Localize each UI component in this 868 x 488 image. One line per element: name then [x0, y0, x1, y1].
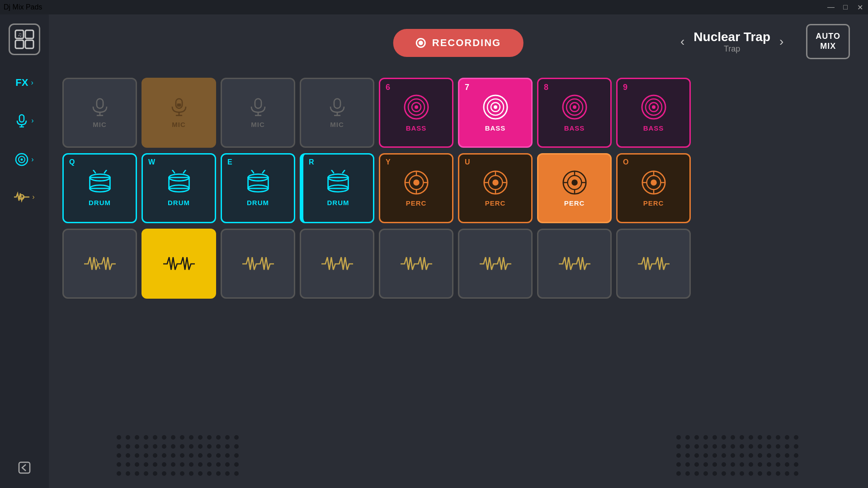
svg-point-30: [415, 105, 418, 109]
svg-rect-14: [96, 99, 103, 108]
sidebar-item-mic[interactable]: ›: [11, 110, 37, 131]
pad-perc-o[interactable]: O PERC: [616, 153, 691, 223]
svg-line-46: [93, 170, 96, 173]
pad-bass-9-number: 9: [623, 83, 627, 92]
right-speaker-dots: [676, 435, 800, 478]
pad-wave-2-icon: [163, 253, 195, 275]
wave-arrow-icon: ›: [32, 193, 34, 201]
svg-rect-24: [334, 99, 340, 108]
rec-dot-icon: [419, 41, 423, 45]
close-button[interactable]: ✕: [855, 3, 864, 12]
sidebar-item-back[interactable]: [13, 456, 36, 479]
pad-wave-2[interactable]: [142, 229, 216, 299]
svg-line-61: [331, 170, 334, 173]
mic-icon: [15, 114, 28, 127]
pad-wave-4-icon: [321, 253, 353, 275]
pad-perc-i-label: PERC: [564, 199, 585, 207]
pad-bass-6-label: BASS: [406, 124, 427, 132]
prev-track-button[interactable]: ‹: [680, 34, 684, 49]
track-navigation: ‹ Nuclear Trap Trap › AUTOMIX: [680, 24, 850, 59]
logo-icon: ♫: [14, 29, 35, 50]
pad-drum-e-label: DRUM: [247, 199, 269, 206]
pad-perc-u-key: U: [465, 158, 470, 166]
pad-drum-r-icon: [326, 170, 351, 195]
record-button[interactable]: RECORDING: [393, 29, 524, 57]
pad-perc-i-icon: [561, 169, 588, 196]
fx-label: FX: [15, 77, 28, 89]
sidebar-item-wave[interactable]: ›: [10, 188, 38, 206]
svg-point-10: [21, 159, 23, 161]
auto-mix-button[interactable]: AUTOMIX: [806, 24, 850, 59]
pad-row-3: [62, 229, 854, 299]
minimize-button[interactable]: —: [826, 3, 835, 12]
sidebar-item-music[interactable]: ›: [11, 149, 37, 170]
maximize-button[interactable]: □: [841, 3, 850, 12]
pad-mic-1[interactable]: MIC: [62, 78, 137, 148]
pad-wave-5[interactable]: [379, 229, 453, 299]
pad-drum-w-label: DRUM: [168, 199, 190, 206]
content-area: RECORDING ‹ Nuclear Trap Trap › AUTOMIX: [49, 14, 868, 488]
pad-mic-4-icon: [327, 97, 347, 117]
app-logo: ♫: [9, 23, 40, 55]
pad-bass-9[interactable]: 9 BASS: [616, 78, 691, 148]
pad-drum-r-key: R: [309, 158, 314, 166]
pad-bass-8[interactable]: 8 BASS: [537, 78, 612, 148]
pad-bass-8-icon: [561, 94, 588, 121]
pad-row-1: MIC MIC: [62, 78, 854, 148]
svg-line-47: [104, 170, 107, 173]
pad-mic-3-label: MIC: [251, 121, 265, 128]
pad-perc-i[interactable]: PERC: [537, 153, 612, 223]
pads-area: MIC MIC: [49, 69, 868, 425]
svg-rect-54: [248, 178, 268, 188]
sidebar: ♫ FX › › ›: [0, 14, 49, 488]
pad-perc-u[interactable]: U PERC: [458, 153, 533, 223]
pad-mic-3[interactable]: MIC: [221, 78, 295, 148]
pad-mic-4[interactable]: MIC: [300, 78, 374, 148]
pad-wave-8[interactable]: [616, 229, 691, 299]
svg-text:♫: ♫: [18, 31, 22, 38]
titlebar-controls: — □ ✕: [826, 3, 864, 12]
sidebar-item-fx[interactable]: FX ›: [12, 73, 37, 92]
pad-mic-2-icon: [169, 97, 189, 117]
pad-drum-w-icon: [166, 170, 192, 195]
track-genre: Trap: [693, 44, 770, 54]
record-label: RECORDING: [432, 37, 501, 49]
pad-drum-e[interactable]: E DRUM: [221, 153, 295, 223]
fx-arrow-icon: ›: [31, 79, 33, 87]
pad-perc-u-label: PERC: [485, 199, 506, 207]
music-icon: [15, 153, 28, 166]
next-track-button[interactable]: ›: [779, 34, 783, 49]
pad-bass-9-label: BASS: [643, 124, 664, 132]
pad-mic-1-label: MIC: [93, 121, 107, 128]
pad-wave-6-icon: [480, 253, 511, 275]
mic-arrow-icon: ›: [31, 117, 33, 125]
pad-wave-5-icon: [401, 253, 432, 275]
svg-line-52: [183, 170, 186, 173]
wave-icon: [14, 192, 29, 202]
music-arrow-icon: ›: [31, 155, 33, 164]
pad-bass-8-number: 8: [544, 83, 548, 92]
pad-wave-4[interactable]: [300, 229, 374, 299]
pad-wave-7[interactable]: [537, 229, 612, 299]
pad-row-2: Q DRUM W: [62, 153, 854, 223]
pad-drum-q-label: DRUM: [89, 199, 111, 206]
pad-wave-8-icon: [638, 253, 670, 275]
pad-bass-7[interactable]: 7 BASS: [458, 78, 533, 148]
pad-bass-6[interactable]: 6 BASS: [379, 78, 453, 148]
svg-rect-59: [328, 178, 349, 188]
pad-wave-3[interactable]: [221, 229, 295, 299]
pad-wave-7-icon: [559, 253, 590, 275]
pad-mic-2[interactable]: MIC: [142, 78, 216, 148]
main-container: ♫ FX › › ›: [0, 14, 868, 488]
pad-drum-w[interactable]: W DRUM: [142, 153, 216, 223]
pad-drum-q-key: Q: [69, 158, 75, 166]
pad-bass-8-label: BASS: [564, 124, 585, 132]
pad-perc-y[interactable]: Y PERC: [379, 153, 453, 223]
pad-drum-w-key: W: [148, 158, 155, 166]
pad-wave-1[interactable]: [62, 229, 137, 299]
svg-line-57: [262, 170, 265, 173]
pad-drum-r[interactable]: R DRUM: [300, 153, 374, 223]
pad-perc-y-key: Y: [386, 158, 391, 166]
pad-wave-6[interactable]: [458, 229, 533, 299]
pad-drum-q[interactable]: Q DRUM: [62, 153, 137, 223]
